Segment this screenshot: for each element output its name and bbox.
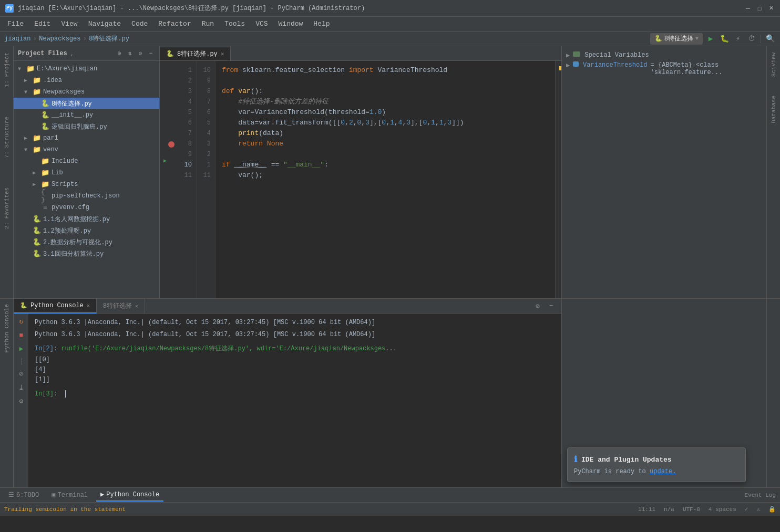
menu-file[interactable]: File xyxy=(2,18,29,30)
tree-item-8features[interactable]: 🐍 8特征选择.py xyxy=(14,98,159,109)
tab-python-console[interactable]: ▶ Python Console xyxy=(96,488,163,502)
menu-edit[interactable]: Edit xyxy=(29,18,56,30)
run-button[interactable]: ▶ xyxy=(705,33,716,45)
gutter: ▶ xyxy=(160,61,170,298)
left-strip: 1: Project 7: Structure 2: Favorites xyxy=(0,46,14,298)
event-log-label[interactable]: Event Log xyxy=(745,492,776,498)
menu-help[interactable]: Help xyxy=(308,18,335,30)
editor-tabs: 🐍 8特征选择.py ✕ xyxy=(160,46,561,61)
window-controls[interactable]: ─ □ ✕ xyxy=(744,5,775,12)
tab-terminal[interactable]: ▣ Terminal xyxy=(47,489,92,501)
menu-navigate[interactable]: Navigate xyxy=(83,18,126,30)
right-side-tabs: SciView Database xyxy=(766,46,780,298)
tree-item-2[interactable]: 🐍 2.数据分析与可视化.py xyxy=(14,236,159,248)
tree-item-12[interactable]: 🐍 1.2预处理呀.py xyxy=(14,225,159,236)
var-item-variance[interactable]: ▶ VarianceThreshold = {ABCMeta} <class '… xyxy=(566,60,762,77)
status-bar: Trailing semicolon in the statement 11:1… xyxy=(0,502,780,516)
console-python-version-1: Python 3.6.3 |Anaconda, Inc.| (default, … xyxy=(35,318,555,328)
tab-close-icon[interactable]: ✕ xyxy=(221,50,224,57)
console-clear-btn[interactable]: ⊘ xyxy=(16,368,27,380)
run-config-dropdown[interactable]: 🐍 8特征选择 ▼ xyxy=(650,33,703,45)
editor-scrollbar[interactable] xyxy=(555,61,561,298)
py-icon-31: 🐍 xyxy=(33,249,41,258)
tree-item-pip[interactable]: { } pip-selfcheck.json xyxy=(14,190,159,202)
tree-item-logistic[interactable]: 🐍 逻辑回归乳腺癌.py xyxy=(14,121,159,132)
code-line-10: if __name__ == "__main__": xyxy=(222,160,549,170)
strip-tab-favorites[interactable]: 2: Favorites xyxy=(2,183,12,233)
collapse-icon[interactable]: − xyxy=(147,49,155,58)
console-panel: 🐍 Python Console ✕ 8特征选择 ✕ ⚙ − ↻ ■ ▶ ⊘ xyxy=(14,299,561,487)
run-gutter-10: ▶ xyxy=(161,155,169,166)
profile-button[interactable]: ⏱ xyxy=(746,33,757,45)
py-icon-12: 🐍 xyxy=(33,226,41,235)
console-stop-btn[interactable]: ■ xyxy=(16,329,27,341)
console-settings2-btn[interactable]: ⚙ xyxy=(16,395,27,407)
settings-icon[interactable]: ⚙ xyxy=(136,49,145,58)
tree-item-pyvenv[interactable]: ≡ pyvenv.cfg xyxy=(14,202,159,213)
tab-todo[interactable]: ☰ 6:TODO xyxy=(4,489,43,501)
console-tab-close-2[interactable]: ✕ xyxy=(135,303,138,309)
console-settings-icon[interactable]: ⚙ xyxy=(532,300,543,312)
code-content[interactable]: from sklearn.feature_selection import Va… xyxy=(215,61,555,298)
tree-item-scripts[interactable]: ▶ 📁 Scripts xyxy=(14,179,159,190)
sidebar-header-icons: ⊕ ⇅ ⚙ − xyxy=(115,49,155,58)
py-icon-11: 🐍 xyxy=(33,215,41,223)
console-tab-python[interactable]: 🐍 Python Console ✕ xyxy=(14,299,97,314)
menu-vcs[interactable]: VCS xyxy=(250,18,273,30)
breadcrumb-newpacksges[interactable]: Newpacksges xyxy=(39,35,80,43)
bottom-tabs-bar: ☰ 6:TODO ▣ Terminal ▶ Python Console Eve… xyxy=(0,487,780,502)
strip-tab-sciview[interactable]: SciView xyxy=(768,48,779,81)
menu-view[interactable]: View xyxy=(56,18,83,30)
folder-icon-newpacksges: 📁 xyxy=(33,88,41,96)
console-minimize-icon[interactable]: − xyxy=(546,300,557,312)
maximize-button[interactable]: □ xyxy=(756,5,763,12)
strip-tab-database[interactable]: Database xyxy=(768,91,779,128)
breadcrumb-file[interactable]: 8特征选择.py xyxy=(89,34,129,43)
console-run-btn[interactable]: ▶ xyxy=(16,343,27,354)
sync-icon[interactable]: ⇅ xyxy=(126,49,134,58)
tree-item-31[interactable]: 🐍 3.1回归分析算法.py xyxy=(14,248,159,259)
strip-tab-structure[interactable]: 7: Structure xyxy=(2,112,12,162)
var-item-special[interactable]: ▶ Special Variables xyxy=(566,50,762,60)
code-line-3: def var(): xyxy=(222,86,549,97)
py-icon-logistic: 🐍 xyxy=(41,122,49,131)
menu-run[interactable]: Run xyxy=(197,18,219,30)
code-line-5: var=VarianceThreshold(threshold=1.0) xyxy=(222,107,549,118)
minimize-button[interactable]: ─ xyxy=(744,5,752,12)
console-rerun-btn[interactable]: ↻ xyxy=(16,316,27,327)
menu-tools[interactable]: Tools xyxy=(219,18,250,30)
menu-refactor[interactable]: Refactor xyxy=(153,18,196,30)
console-output[interactable]: Python 3.6.3 |Anaconda, Inc.| (default, … xyxy=(28,314,561,487)
tree-item-root[interactable]: ▼ 📁 E:\Axure\jiaqian xyxy=(14,63,159,75)
tree-item-par1[interactable]: ▶ 📁 par1 xyxy=(14,132,159,144)
strip-tab-project[interactable]: 1: Project xyxy=(2,48,12,91)
console-tab-8features[interactable]: 8特征选择 ✕ xyxy=(97,299,145,314)
add-icon[interactable]: ⊕ xyxy=(115,49,124,58)
console-strip-tab[interactable]: Python Console xyxy=(2,301,12,356)
project-sidebar: Project Files , ⊕ ⇅ ⚙ − ▼ 📁 E:\Axure\jia… xyxy=(14,46,160,298)
tree-item-11[interactable]: 🐍 1.1名人网数据挖掘.py xyxy=(14,213,159,225)
code-line-2 xyxy=(222,76,549,86)
tree-item-lib[interactable]: ▶ 📁 Lib xyxy=(14,167,159,179)
tree-item-include[interactable]: 📁 Include xyxy=(14,155,159,167)
tree-item-init[interactable]: 🐍 __init__.py xyxy=(14,109,159,121)
coverage-button[interactable]: ⚡ xyxy=(732,33,744,45)
menu-window[interactable]: Window xyxy=(273,18,309,30)
code-line-9 xyxy=(222,149,549,160)
notif-update-link[interactable]: update. xyxy=(650,468,676,475)
debug-button[interactable]: 🐛 xyxy=(719,33,730,45)
breadcrumb-jiaqian[interactable]: jiaqian xyxy=(4,35,30,43)
py-icon-8features: 🐍 xyxy=(41,99,49,108)
editor-tab-main[interactable]: 🐍 8特征选择.py ✕ xyxy=(160,47,231,60)
tree-item-newpacksges[interactable]: ▼ 📁 Newpacksges xyxy=(14,86,159,98)
console-scroll-btn[interactable]: ⤓ xyxy=(16,382,27,393)
close-button[interactable]: ✕ xyxy=(767,5,775,12)
project-tree: ▼ 📁 E:\Axure\jiaqian ▶ 📁 .idea ▼ 📁 Newpa… xyxy=(14,61,159,298)
tree-item-idea[interactable]: ▶ 📁 .idea xyxy=(14,75,159,86)
search-everywhere-button[interactable]: 🔍 xyxy=(764,33,776,45)
console-tabs: 🐍 Python Console ✕ 8特征选择 ✕ ⚙ − xyxy=(14,299,561,314)
tree-item-venv[interactable]: ▼ 📁 venv xyxy=(14,144,159,155)
console-tab-close-1[interactable]: ✕ xyxy=(87,302,90,309)
menu-code[interactable]: Code xyxy=(126,18,153,30)
code-line-6: data=var.fit_transform([[0,2,0,3],[0,1,4… xyxy=(222,118,549,128)
